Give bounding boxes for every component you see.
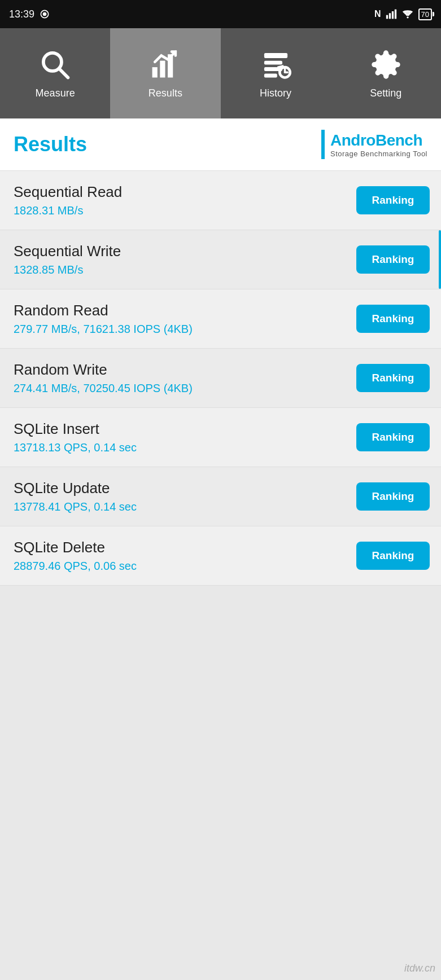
logo-text: AndroBench Storage Benchmarking Tool [330,131,427,158]
search-icon [38,48,72,82]
svg-rect-13 [264,61,282,65]
svg-point-6 [407,16,408,18]
result-info: Random Write 274.41 MB/s, 70250.45 IOPS … [14,361,356,395]
logo-bench: Bench [375,131,422,149]
page-header: Results AndroBench Storage Benchmarking … [0,118,441,171]
ranking-button-sequential-read[interactable]: Ranking [356,186,430,214]
svg-line-8 [60,69,68,78]
footer-watermark: itdw.cn [404,963,435,974]
ranking-button-sqlite-delete[interactable]: Ranking [356,542,430,570]
result-info: Sequential Read 1828.31 MB/s [14,183,356,217]
logo-bar [321,130,325,159]
result-name: Random Write [14,361,356,379]
result-value: 274.41 MB/s, 70250.45 IOPS (4KB) [14,382,356,395]
result-name: Sequential Read [14,183,356,201]
tab-setting[interactable]: Setting [331,28,441,118]
result-row-sqlite-insert: SQLite Insert 13718.13 QPS, 0.14 sec Ran… [0,408,441,467]
ranking-button-random-write[interactable]: Ranking [356,364,430,392]
result-row-sequential-write: Sequential Write 1328.85 MB/s Ranking [0,230,441,289]
result-row-random-read: Random Read 279.77 MB/s, 71621.38 IOPS (… [0,289,441,349]
result-info: Sequential Write 1328.85 MB/s [14,243,356,276]
result-name: Random Read [14,302,356,319]
tab-setting-label: Setting [370,87,401,99]
svg-rect-9 [152,67,158,77]
app-logo: AndroBench Storage Benchmarking Tool [321,130,427,159]
result-name: Sequential Write [14,243,356,260]
result-row-random-write: Random Write 274.41 MB/s, 70250.45 IOPS … [0,349,441,408]
result-row-sqlite-delete: SQLite Delete 28879.46 QPS, 0.06 sec Ran… [0,526,441,586]
result-info: SQLite Update 13778.41 QPS, 0.14 sec [14,480,356,513]
result-value: 1828.31 MB/s [14,204,356,217]
page-title: Results [14,133,87,156]
ranking-button-sqlite-insert[interactable]: Ranking [356,423,430,451]
time-display: 13:39 [9,8,34,20]
svg-rect-4 [391,11,393,19]
result-value: 13718.13 QPS, 0.14 sec [14,441,356,454]
ranking-button-sqlite-update[interactable]: Ranking [356,482,430,511]
result-name: SQLite Insert [14,420,356,438]
svg-rect-15 [264,74,277,78]
tab-measure[interactable]: Measure [0,28,110,118]
result-value: 13778.41 QPS, 0.14 sec [14,500,356,513]
chart-icon [149,48,182,82]
status-right: N 70 [374,8,432,20]
tab-bar: Measure Results [0,28,441,118]
status-left: 13:39 [9,8,50,20]
result-info: Random Read 279.77 MB/s, 71621.38 IOPS (… [14,302,356,336]
tab-measure-label: Measure [36,87,75,99]
logo-andro: Andro [330,131,375,149]
svg-rect-5 [394,10,396,19]
result-row-sequential-read: Sequential Read 1828.31 MB/s Ranking [0,171,441,230]
svg-point-0 [43,12,47,16]
result-value: 279.77 MB/s, 71621.38 IOPS (4KB) [14,323,356,336]
tab-history-label: History [260,87,291,99]
gear-icon [369,48,403,82]
svg-rect-2 [386,15,387,19]
signal-icon [386,8,397,20]
ranking-button-sequential-write[interactable]: Ranking [356,245,430,274]
ranking-button-random-read[interactable]: Ranking [356,305,430,333]
svg-rect-10 [160,61,165,78]
logo-main-text: AndroBench [330,131,427,150]
result-value: 28879.46 QPS, 0.06 sec [14,560,356,573]
result-info: SQLite Insert 13718.13 QPS, 0.14 sec [14,420,356,454]
wifi-icon [401,8,414,20]
result-value: 1328.85 MB/s [14,263,356,276]
tab-history[interactable]: History [221,28,331,118]
svg-rect-3 [388,13,390,19]
result-info: SQLite Delete 28879.46 QPS, 0.06 sec [14,539,356,573]
tab-results[interactable]: Results [110,28,220,118]
result-name: SQLite Update [14,480,356,497]
tab-results-label: Results [149,87,182,99]
logo-subtitle: Storage Benchmarking Tool [330,150,427,158]
svg-rect-12 [264,53,287,58]
battery-indicator: 70 [418,8,432,20]
history-icon [259,48,292,82]
results-list: Sequential Read 1828.31 MB/s Ranking Seq… [0,171,441,586]
notification-icon [39,8,50,20]
result-name: SQLite Delete [14,539,356,556]
result-row-sqlite-update: SQLite Update 13778.41 QPS, 0.14 sec Ran… [0,467,441,526]
status-bar: 13:39 N 70 [0,0,441,28]
nfc-icon: N [374,9,381,19]
